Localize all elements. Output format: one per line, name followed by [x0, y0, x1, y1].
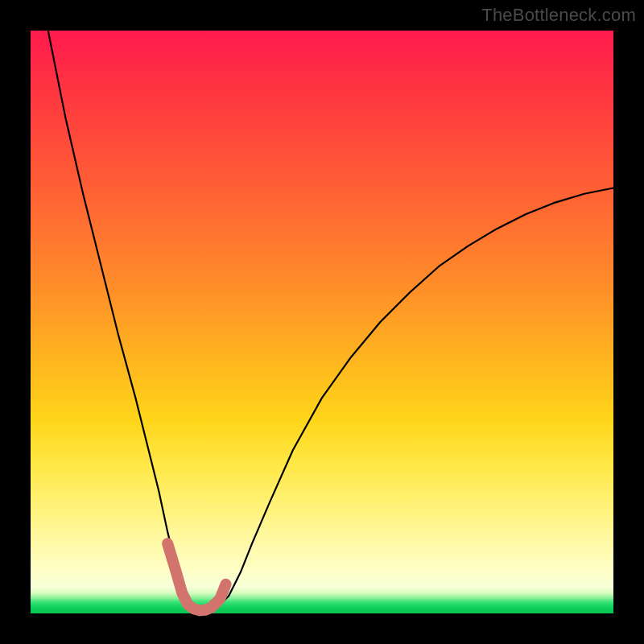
plot-area	[31, 31, 613, 613]
bottom-highlight-path	[167, 543, 225, 610]
curve-svg	[31, 31, 613, 613]
outer-frame: TheBottleneck.com	[0, 0, 644, 644]
main-curve-path	[48, 31, 613, 610]
watermark-text: TheBottleneck.com	[481, 5, 636, 26]
